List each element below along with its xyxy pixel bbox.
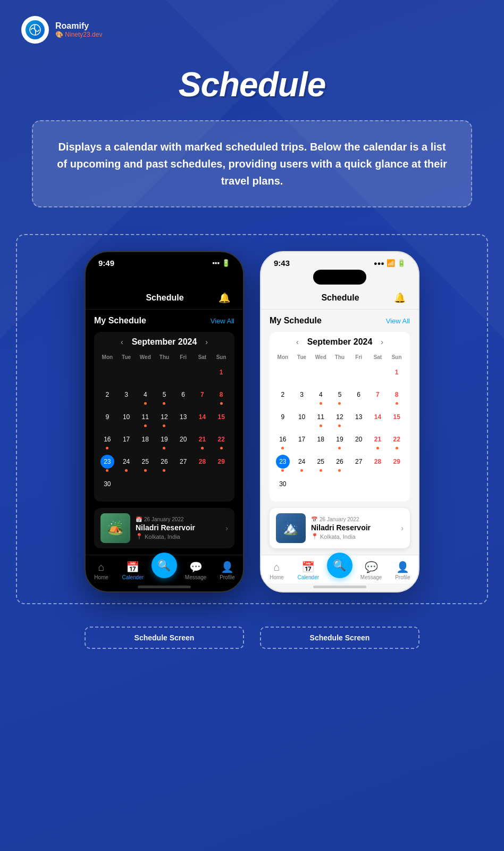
cal-day-27[interactable]: 27	[174, 453, 192, 474]
cal-day-19-l[interactable]: 19	[331, 430, 349, 452]
cal-day-1[interactable]: 1	[212, 363, 230, 385]
cal-day-1-l[interactable]: 1	[388, 363, 406, 385]
brand-sub: 🎨 Ninety23.dev	[55, 31, 102, 38]
logo-icon	[26, 20, 45, 39]
home-icon-light: ⌂	[274, 561, 280, 573]
cal-day-21[interactable]: 21	[194, 430, 212, 452]
prev-month-light[interactable]: ‹	[296, 338, 299, 346]
cal-day-17[interactable]: 17	[117, 430, 136, 452]
cal-day-29[interactable]: 29	[212, 453, 230, 474]
cal-day-11[interactable]: 11	[136, 408, 154, 429]
cal-day-29-l[interactable]: 29	[388, 453, 406, 474]
cal-day-30-l[interactable]: 30	[274, 475, 292, 496]
cal-day-3[interactable]: 3	[117, 386, 136, 407]
cal-empty-l	[331, 363, 349, 385]
cal-day-11-l[interactable]: 11	[312, 408, 330, 429]
next-month-light[interactable]: ›	[381, 338, 383, 346]
cal-day-24[interactable]: 24	[117, 453, 136, 474]
section-title-dark: My Schedule	[94, 316, 146, 326]
nav-profile-dark[interactable]: 👤 Profile	[214, 561, 240, 580]
dow-sun-light: Sun	[388, 352, 406, 362]
trip-date-dark: 📅 26 January 2022	[136, 516, 220, 522]
bottom-nav-dark: ⌂ Home 📅 Calender 🔍 💬 Message 👤 Profile	[86, 555, 243, 583]
cal-day-9[interactable]: 9	[98, 408, 116, 429]
status-icons-light: ●●● 📶 🔋	[374, 259, 406, 267]
calendar-light: ‹ September 2024 › Mon Tue Wed Thu Fri S…	[270, 332, 410, 502]
nav-calendar-label-light: Calender	[297, 574, 319, 580]
cal-day-12-l[interactable]: 12	[331, 408, 349, 429]
cal-day-19[interactable]: 19	[155, 430, 173, 452]
cal-day-28-l[interactable]: 28	[369, 453, 387, 474]
nav-calendar-light[interactable]: 📅 Calender	[296, 561, 321, 580]
cal-month-dark: September 2024	[132, 337, 197, 347]
cal-day-10[interactable]: 10	[117, 408, 136, 429]
nav-home-light[interactable]: ⌂ Home	[264, 561, 290, 580]
cal-grid-light: Mon Tue Wed Thu Fri Sat Sun 1 2 3	[274, 352, 406, 496]
cal-day-14-l[interactable]: 14	[369, 408, 387, 429]
nav-message-light[interactable]: 💬 Message	[358, 561, 384, 580]
cal-day-3-l[interactable]: 3	[293, 386, 311, 407]
prev-month-dark[interactable]: ‹	[121, 338, 123, 346]
cal-day-15-l[interactable]: 15	[388, 408, 406, 429]
search-icon-dark: 🔍	[157, 559, 171, 572]
cal-day-25-l[interactable]: 25	[312, 453, 330, 474]
cal-day-17-l[interactable]: 17	[293, 430, 311, 452]
view-all-dark[interactable]: View All	[211, 317, 234, 325]
view-all-light[interactable]: View All	[386, 317, 410, 325]
trip-card-dark[interactable]: 🏕️ 📅 26 January 2022 Niladri Reservoir 📍…	[94, 508, 234, 548]
dow-tue-light: Tue	[293, 352, 311, 362]
cal-day-7-l[interactable]: 7	[369, 386, 387, 407]
cal-day-30[interactable]: 30	[98, 475, 116, 496]
trip-card-light[interactable]: 🏔️ 📅 26 January 2022 Niladri Reservoir 📍…	[270, 508, 410, 548]
cal-day-20-l[interactable]: 20	[350, 430, 368, 452]
cal-day-16[interactable]: 16	[98, 430, 116, 452]
cal-day-13-l[interactable]: 13	[350, 408, 368, 429]
cal-day-15[interactable]: 15	[212, 408, 230, 429]
nav-home-dark[interactable]: ⌂ Home	[89, 561, 114, 580]
bell-icon-dark[interactable]: 🔔	[219, 292, 230, 304]
next-month-dark[interactable]: ›	[205, 338, 208, 346]
cal-day-4[interactable]: 4	[136, 386, 154, 407]
header: Roamify 🎨 Ninety23.dev	[0, 0, 504, 54]
cal-day-9-l[interactable]: 9	[274, 408, 292, 429]
cal-day-21-l[interactable]: 21	[369, 430, 387, 452]
cal-day-8[interactable]: 8	[212, 386, 230, 407]
cal-day-6-l[interactable]: 6	[350, 386, 368, 407]
bell-icon-light[interactable]: 🔔	[394, 292, 406, 304]
cal-day-2[interactable]: 2	[98, 386, 116, 407]
cal-day-5[interactable]: 5	[155, 386, 173, 407]
cal-day-8-l[interactable]: 8	[388, 386, 406, 407]
cal-day-18-l[interactable]: 18	[312, 430, 330, 452]
search-button-dark[interactable]: 🔍	[152, 553, 177, 578]
cal-day-24-l[interactable]: 24	[293, 453, 311, 474]
cal-day-26[interactable]: 26	[155, 453, 173, 474]
cal-day-14[interactable]: 14	[194, 408, 212, 429]
trip-name-dark: Niladri Reservoir	[136, 523, 220, 532]
message-icon-light: 💬	[365, 561, 378, 573]
dow-wed-dark: Wed	[136, 352, 154, 362]
cal-day-4-l[interactable]: 4	[312, 386, 330, 407]
phone-content-light: My Schedule View All ‹ September 2024 › …	[261, 310, 418, 555]
cal-day-7[interactable]: 7	[194, 386, 212, 407]
nav-calendar-dark[interactable]: 📅 Calender	[120, 561, 146, 580]
cal-day-2-l[interactable]: 2	[274, 386, 292, 407]
cal-day-27-l[interactable]: 27	[350, 453, 368, 474]
cal-day-25[interactable]: 25	[136, 453, 154, 474]
cal-day-18[interactable]: 18	[136, 430, 154, 452]
cal-day-22-l[interactable]: 22	[388, 430, 406, 452]
cal-day-10-l[interactable]: 10	[293, 408, 311, 429]
cal-day-26-l[interactable]: 26	[331, 453, 349, 474]
cal-day-20[interactable]: 20	[174, 430, 192, 452]
nav-profile-light[interactable]: 👤 Profile	[390, 561, 415, 580]
cal-day-23-today[interactable]: 23	[98, 453, 116, 474]
cal-day-6[interactable]: 6	[174, 386, 192, 407]
nav-message-dark[interactable]: 💬 Message	[183, 561, 208, 580]
cal-day-12[interactable]: 12	[155, 408, 173, 429]
cal-day-23-today-l[interactable]: 23	[274, 453, 292, 474]
cal-day-28[interactable]: 28	[194, 453, 212, 474]
cal-day-5-l[interactable]: 5	[331, 386, 349, 407]
cal-day-16-l[interactable]: 16	[274, 430, 292, 452]
cal-day-22[interactable]: 22	[212, 430, 230, 452]
cal-day-13[interactable]: 13	[174, 408, 192, 429]
search-button-light[interactable]: 🔍	[327, 553, 352, 578]
